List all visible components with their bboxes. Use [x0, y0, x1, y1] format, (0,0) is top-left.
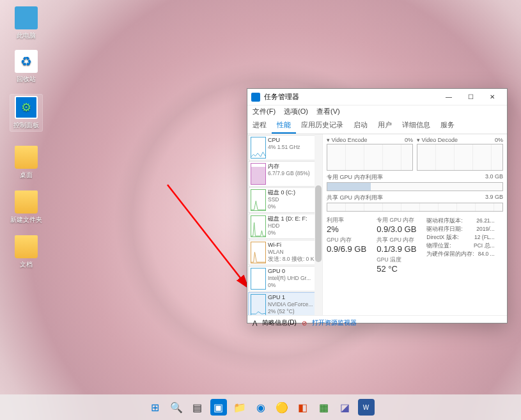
taskbar[interactable]: ⊞ 🔍 ▤ ▣ 📁 ◉ 🟡 ◧ ▦ ◪ W: [0, 394, 521, 420]
chart-video-decode: ▾ Video Decode0%: [417, 137, 503, 171]
brief-info-link[interactable]: 简略信息(D): [262, 318, 297, 327]
desktop-icon-recyclebin[interactable]: 回收站: [10, 50, 42, 84]
sidebar-item-wifi[interactable]: Wi-FiWLAN发送: 8.0 接收: 0 Kl: [248, 240, 322, 265]
search-button[interactable]: 🔍: [168, 399, 185, 416]
svg-line-0: [167, 185, 248, 288]
minimize-button[interactable]: —: [438, 89, 460, 105]
tab-users[interactable]: 用户: [373, 118, 397, 134]
sidebar-item-disk0[interactable]: 磁盘 0 (C:)SSD0%: [248, 187, 322, 213]
window-footer: ⋀ 简略信息(D) ⊘ 打开资源监视器: [247, 315, 507, 330]
taskview-button[interactable]: ▤: [189, 399, 206, 416]
close-button[interactable]: ✕: [481, 89, 503, 105]
annotation-arrow: [165, 182, 258, 297]
tab-services[interactable]: 服务: [435, 118, 460, 134]
open-resmon-link[interactable]: 打开资源监视器: [312, 318, 357, 327]
performance-sidebar: CPU4% 1.51 GHz 内存6.7/7.9 GB (85%) 磁盘 0 (…: [247, 134, 323, 315]
gpu-stats: 利用率 2% GPU 内存 0.9/6.9 GB 专用 GPU 内存 0.9/3…: [327, 217, 503, 276]
desktop-icon-folder1[interactable]: 桌面: [10, 146, 42, 180]
tab-bar: 进程 性能 应用历史记录 启动 用户 详细信息 服务: [247, 118, 507, 134]
sidebar-item-gpu0[interactable]: GPU 0Intel(R) UHD Gr...0%: [248, 266, 322, 292]
taskmanager-window: 任务管理器 — ☐ ✕ 文件(F) 选项(O) 查看(V) 进程 性能 应用历史…: [247, 88, 508, 323]
taskbar-app-4[interactable]: ◪: [337, 399, 354, 416]
maximize-button[interactable]: ☐: [460, 89, 481, 105]
menubar: 文件(F) 选项(O) 查看(V): [247, 105, 507, 118]
taskbar-edge[interactable]: ◉: [253, 399, 269, 416]
chart-video-encode: ▾ Video Encode0%: [327, 137, 413, 171]
sidebar-item-gpu1[interactable]: GPU 1NVIDIA GeForce...2% (52 °C): [248, 292, 322, 315]
desktop: 此电脑 回收站 控制面板 桌面 新建文件夹 文档 任务管理器 — ☐ ✕ 文件(…: [0, 0, 521, 420]
taskbar-app-1[interactable]: ▣: [210, 399, 227, 416]
tab-performance[interactable]: 性能: [272, 118, 296, 134]
chart-dedicated-gpu-mem: 专用 GPU 内存利用率3.0 GB: [327, 173, 503, 191]
desktop-icon-folder3[interactable]: 文档: [10, 235, 42, 269]
desktop-icon-thispc[interactable]: 此电脑: [10, 6, 42, 40]
performance-main: ▾ Video Encode0% ▾ Video Decode0% 专用 GPU…: [323, 134, 507, 315]
taskbar-app-5[interactable]: W: [358, 399, 375, 416]
menu-file[interactable]: 文件(F): [253, 107, 276, 115]
desktop-icon-controlpanel[interactable]: 控制面板: [10, 95, 42, 131]
taskbar-app-2[interactable]: ◧: [295, 399, 311, 416]
taskbar-explorer[interactable]: 📁: [231, 399, 248, 416]
menu-options[interactable]: 选项(O): [284, 107, 308, 115]
taskbar-chrome[interactable]: 🟡: [274, 399, 290, 416]
sidebar-item-disk1[interactable]: 磁盘 1 (D: E: F:HDD0%: [248, 214, 322, 239]
tab-startup[interactable]: 启动: [348, 118, 373, 134]
sidebar-scrollbar[interactable]: [315, 134, 322, 315]
chart-shared-gpu-mem: 共享 GPU 内存利用率3.9 GB: [327, 194, 503, 212]
menu-view[interactable]: 查看(V): [316, 107, 340, 115]
desktop-icon-folder2[interactable]: 新建文件夹: [10, 191, 42, 224]
tab-details[interactable]: 详细信息: [397, 118, 435, 134]
tab-apphistory[interactable]: 应用历史记录: [296, 118, 348, 134]
window-title: 任务管理器: [264, 92, 299, 102]
taskbar-app-3[interactable]: ▦: [316, 399, 332, 416]
taskmanager-icon: [251, 93, 260, 102]
tab-processes[interactable]: 进程: [247, 118, 272, 134]
titlebar[interactable]: 任务管理器 — ☐ ✕: [247, 89, 507, 105]
start-button[interactable]: ⊞: [147, 399, 164, 416]
sidebar-item-memory[interactable]: 内存6.7/7.9 GB (85%): [248, 161, 322, 187]
sidebar-item-cpu[interactable]: CPU4% 1.51 GHz: [248, 135, 322, 160]
collapse-icon[interactable]: ⋀: [253, 320, 257, 326]
